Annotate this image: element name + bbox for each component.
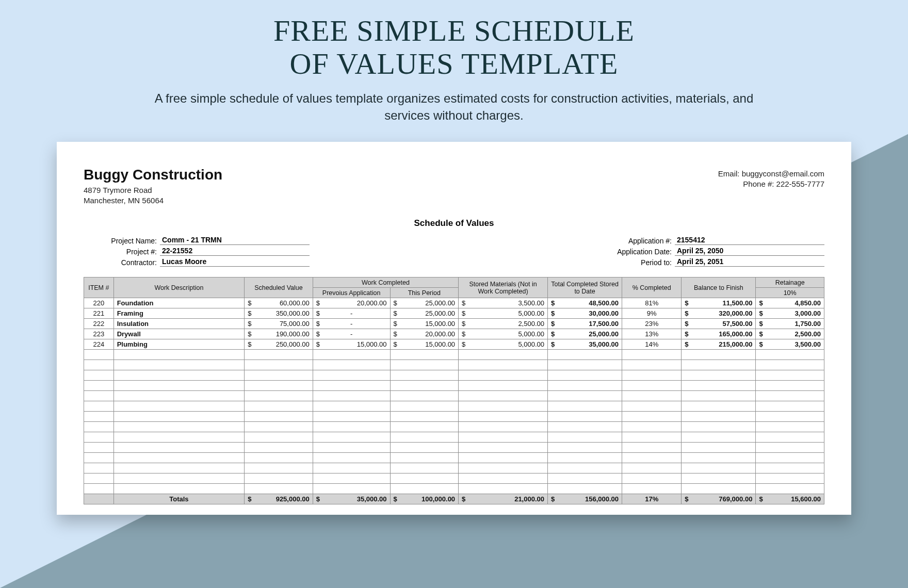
cell-item: 222 — [84, 319, 114, 329]
cell-money: $769,000.00 — [682, 494, 756, 504]
table-row: 220Foundation$60,000.00$20,000.00$25,000… — [84, 298, 824, 308]
th-this-period: This Period — [390, 288, 459, 298]
th-desc: Work Description — [113, 277, 245, 298]
table-row: 221Framing$350,000.00$-$25,000.00$5,000.… — [84, 308, 824, 319]
cell-percent: 14% — [622, 339, 682, 350]
cell-money: $15,000.00 — [313, 339, 390, 350]
cell-percent: 23% — [622, 319, 682, 329]
table-row-empty — [84, 443, 824, 453]
cell-money: $30,000.00 — [548, 308, 622, 319]
cell-item: 224 — [84, 339, 114, 350]
cell-item — [84, 494, 114, 504]
th-retainage: Retainage — [756, 277, 824, 288]
table-row: 222Insulation$75,000.00$-$15,000.00$2,50… — [84, 319, 824, 329]
cell-money: $- — [313, 319, 390, 329]
cell-money: $- — [313, 308, 390, 319]
cell-money: $75,000.00 — [245, 319, 313, 329]
cell-totals-label: Totals — [113, 494, 245, 504]
cell-money: $165,000.00 — [682, 329, 756, 339]
cell-money: $21,000.00 — [459, 494, 548, 504]
cell-description: Drywall — [113, 329, 245, 339]
cell-money: $25,000.00 — [390, 298, 459, 308]
table-row-empty — [84, 453, 824, 463]
th-prev-app: Prevoius Application — [313, 288, 390, 298]
cell-money: $3,000.00 — [756, 308, 824, 319]
table-row-empty — [84, 401, 824, 412]
company-address-1: 4879 Trymore Road — [84, 185, 222, 195]
cell-money: $35,000.00 — [313, 494, 390, 504]
cell-money: $25,000.00 — [390, 308, 459, 319]
table-row-empty — [84, 370, 824, 381]
title-line-1: FREE SIMPLE SCHEDULE — [273, 14, 635, 47]
table-row-empty — [84, 360, 824, 370]
cell-money: $15,600.00 — [756, 494, 824, 504]
cell-money: $- — [313, 329, 390, 339]
heading-block: FREE SIMPLE SCHEDULE OF VALUES TEMPLATE … — [0, 0, 908, 124]
page-description: A free simple schedule of values templat… — [144, 90, 764, 124]
cell-money: $2,500.00 — [459, 319, 548, 329]
cell-money: $11,500.00 — [682, 298, 756, 308]
cell-money: $1,750.00 — [756, 319, 824, 329]
page-title: FREE SIMPLE SCHEDULE OF VALUES TEMPLATE — [0, 14, 908, 80]
table-row: 224Plumbing$250,000.00$15,000.00$15,000.… — [84, 339, 824, 350]
meta-project-number: Project #:22-21552 — [84, 247, 310, 256]
cell-money: $48,500.00 — [548, 298, 622, 308]
th-item: ITEM # — [84, 277, 114, 298]
cell-money: $2,500.00 — [756, 329, 824, 339]
cell-percent: 9% — [622, 308, 682, 319]
meta-period-to: Period to:April 25, 2051 — [598, 257, 824, 267]
th-pct: % Completed — [622, 277, 682, 298]
company-phone: Phone #: 222-555-7777 — [718, 179, 824, 189]
table-row-empty — [84, 473, 824, 484]
th-work-completed: Work Completed — [313, 277, 458, 288]
company-address-2: Manchester, MN 56064 — [84, 195, 222, 206]
cell-money: $17,500.00 — [548, 319, 622, 329]
cell-money: $4,850.00 — [756, 298, 824, 308]
cell-money: $5,000.00 — [459, 329, 548, 339]
company-header: Buggy Construction 4879 Trymore Road Man… — [84, 167, 824, 206]
cell-money: $60,000.00 — [245, 298, 313, 308]
cell-description: Insulation — [113, 319, 245, 329]
table-row-totals: Totals$925,000.00$35,000.00$100,000.00$2… — [84, 494, 824, 504]
project-meta: Project Name:Comm - 21 TRMN Project #:22… — [84, 236, 824, 267]
cell-money: $15,000.00 — [390, 319, 459, 329]
th-stored: Stored Materials (Not in Work Completed) — [459, 277, 548, 298]
table-row-empty — [84, 412, 824, 422]
table-row-empty — [84, 463, 824, 473]
company-left: Buggy Construction 4879 Trymore Road Man… — [84, 167, 222, 206]
cell-percent: 81% — [622, 298, 682, 308]
table-row-empty — [84, 484, 824, 494]
cell-money: $25,000.00 — [548, 329, 622, 339]
meta-contractor: Contractor:Lucas Moore — [84, 257, 310, 267]
table-row-empty — [84, 350, 824, 360]
document-sheet: Buggy Construction 4879 Trymore Road Man… — [57, 142, 851, 515]
meta-project-name: Project Name:Comm - 21 TRMN — [84, 236, 310, 245]
cell-money: $20,000.00 — [390, 329, 459, 339]
company-name: Buggy Construction — [84, 167, 222, 183]
th-scheduled: Scheduled Value — [245, 277, 313, 298]
title-line-2: OF VALUES TEMPLATE — [290, 47, 619, 80]
cell-money: $100,000.00 — [390, 494, 459, 504]
cell-money: $57,500.00 — [682, 319, 756, 329]
cell-description: Foundation — [113, 298, 245, 308]
table-row-empty — [84, 432, 824, 443]
cell-item: 221 — [84, 308, 114, 319]
cell-money: $320,000.00 — [682, 308, 756, 319]
cell-money: $35,000.00 — [548, 339, 622, 350]
th-balance: Balance to Finish — [682, 277, 756, 298]
meta-app-date: Application Date:April 25, 2050 — [598, 247, 824, 256]
cell-money: $156,000.00 — [548, 494, 622, 504]
cell-money: $350,000.00 — [245, 308, 313, 319]
cell-money: $15,000.00 — [390, 339, 459, 350]
cell-description: Framing — [113, 308, 245, 319]
table-row-empty — [84, 422, 824, 432]
cell-item: 223 — [84, 329, 114, 339]
cell-money: $20,000.00 — [313, 298, 390, 308]
cell-money: $250,000.00 — [245, 339, 313, 350]
th-total: Total Completed Stored to Date — [548, 277, 622, 298]
cell-money: $215,000.00 — [682, 339, 756, 350]
cell-money: $190,000.00 — [245, 329, 313, 339]
table-row-empty — [84, 381, 824, 391]
cell-money: $925,000.00 — [245, 494, 313, 504]
cell-item: 220 — [84, 298, 114, 308]
